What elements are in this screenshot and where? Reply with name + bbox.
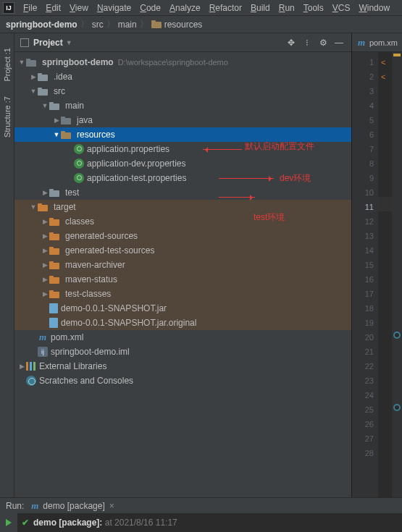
- tree-node-src[interactable]: ▼ src: [14, 84, 351, 98]
- excluded-folder-icon: [49, 232, 59, 240]
- excluded-folder-icon: [49, 247, 59, 255]
- chevron-right-icon: ▶: [41, 276, 49, 283]
- line-number[interactable]: 17: [352, 287, 374, 301]
- tree-node-main[interactable]: ▼ main: [14, 98, 351, 113]
- menu-run[interactable]: Run: [275, 1, 299, 14]
- editor-marker-bar[interactable]: [392, 52, 402, 497]
- tool-button-structure[interactable]: Structure :7: [1, 89, 13, 145]
- tree-node-resources[interactable]: ▼ resources: [14, 127, 351, 142]
- menu-tools[interactable]: Tools: [299, 1, 328, 14]
- menu-view[interactable]: View: [65, 1, 93, 14]
- line-number[interactable]: 14: [352, 243, 374, 258]
- project-tree[interactable]: ▼ springboot-demo D:\workspace\springboo…: [14, 52, 351, 497]
- run-button[interactable]: [6, 519, 12, 526]
- menu-vcs[interactable]: VCS: [328, 1, 355, 14]
- scratches-icon: [26, 376, 36, 386]
- tree-node-app-dev-properties[interactable]: application-dev.properties: [14, 156, 351, 171]
- menu-window[interactable]: Window: [354, 1, 394, 14]
- line-number[interactable]: 23: [352, 373, 374, 388]
- editor-gutter[interactable]: 1234567891011121314151617181920212223242…: [352, 52, 378, 497]
- chevron-down-icon: ▼: [29, 203, 38, 211]
- tree-node-app-test-properties[interactable]: application-test.properties: [14, 171, 351, 185]
- tree-node-java[interactable]: ▶ java: [14, 113, 351, 127]
- line-number[interactable]: 1: [352, 55, 374, 69]
- line-number[interactable]: 18: [352, 301, 374, 316]
- run-tab[interactable]: m demo [package] ×: [30, 501, 114, 511]
- chevron-down-icon: ▼: [29, 88, 38, 95]
- menu-file[interactable]: File: [19, 1, 41, 14]
- menu-navigate[interactable]: Navigate: [93, 1, 135, 14]
- line-number[interactable]: 2: [352, 69, 374, 84]
- menu-refactor[interactable]: Refactor: [205, 1, 246, 14]
- tree-node-external-libraries[interactable]: ▶ External Libraries: [14, 359, 351, 373]
- gear-icon[interactable]: ⚙: [317, 36, 330, 49]
- tree-node-project-root[interactable]: ▼ springboot-demo D:\workspace\springboo…: [14, 55, 351, 69]
- tree-node-maven-status[interactable]: ▶maven-status: [14, 272, 351, 287]
- line-number[interactable]: 21: [352, 345, 374, 359]
- breadcrumb-segment[interactable]: src: [92, 20, 104, 30]
- tree-node-scratches[interactable]: Scratches and Consoles: [14, 373, 351, 388]
- expand-all-icon[interactable]: ⁝: [301, 36, 314, 49]
- line-number[interactable]: 22: [352, 359, 374, 373]
- gutter-marker-icon[interactable]: [393, 332, 401, 339]
- gutter-marker-icon[interactable]: [393, 404, 401, 411]
- line-number[interactable]: 6: [352, 127, 374, 142]
- line-number[interactable]: 7: [352, 142, 374, 156]
- chevron-down-icon[interactable]: ▼: [66, 39, 72, 46]
- tree-node-classes[interactable]: ▶classes: [14, 214, 351, 229]
- line-number[interactable]: 10: [352, 185, 374, 200]
- tree-node-pom[interactable]: m pom.xml: [14, 330, 351, 345]
- line-number[interactable]: 8: [352, 156, 374, 171]
- tree-node-test[interactable]: ▶ test: [14, 185, 351, 200]
- tree-node-iml[interactable]: ij springboot-demo.iml: [14, 345, 351, 359]
- line-number[interactable]: 28: [352, 446, 374, 460]
- menu-bar: IJ FileEditViewNavigateCodeAnalyzeRefact…: [0, 0, 402, 16]
- tree-node-generated-test-sources[interactable]: ▶generated-test-sources: [14, 243, 351, 258]
- line-number[interactable]: 19: [352, 316, 374, 330]
- breadcrumb-root[interactable]: springboot-demo: [6, 20, 78, 30]
- chevron-right-icon: ▶: [41, 261, 49, 269]
- line-number[interactable]: 15: [352, 258, 374, 272]
- line-number[interactable]: 20: [352, 330, 374, 345]
- menu-edit[interactable]: Edit: [41, 1, 65, 14]
- tree-node-app-properties[interactable]: application.properties: [14, 142, 351, 156]
- menu-analyze[interactable]: Analyze: [165, 1, 205, 14]
- project-view-icon: [20, 38, 29, 47]
- tool-button-project[interactable]: Project :1: [1, 41, 13, 89]
- tree-node-jar[interactable]: demo-0.0.1-SNAPSHOT.jar: [14, 301, 351, 316]
- editor-tab-pom[interactable]: m pom.xm: [352, 33, 402, 52]
- chevron-right-icon: 〉: [140, 18, 148, 30]
- excluded-folder-icon: [49, 276, 59, 284]
- tree-node-test-classes[interactable]: ▶test-classes: [14, 287, 351, 301]
- chevron-right-icon: ▶: [29, 73, 38, 80]
- resources-folder-icon: [61, 131, 71, 139]
- editor-code[interactable]: < <: [378, 52, 392, 497]
- close-icon[interactable]: ×: [109, 501, 114, 511]
- line-number[interactable]: 25: [352, 402, 374, 417]
- line-number[interactable]: 12: [352, 214, 374, 229]
- line-number[interactable]: 11: [352, 200, 374, 214]
- breadcrumb-current[interactable]: resources: [151, 20, 203, 30]
- maven-icon: m: [38, 332, 48, 342]
- tree-node-maven-archiver[interactable]: ▶maven-archiver: [14, 258, 351, 272]
- breadcrumb-segment[interactable]: main: [118, 20, 137, 30]
- line-number[interactable]: 24: [352, 388, 374, 402]
- line-number[interactable]: 26: [352, 417, 374, 431]
- line-number[interactable]: 16: [352, 272, 374, 287]
- module-icon: [26, 59, 36, 67]
- project-panel-title[interactable]: Project: [33, 38, 63, 48]
- menu-code[interactable]: Code: [135, 1, 165, 14]
- menu-build[interactable]: Build: [246, 1, 275, 14]
- line-number[interactable]: 9: [352, 171, 374, 185]
- line-number[interactable]: 3: [352, 84, 374, 98]
- tree-node-target[interactable]: ▼ target: [14, 200, 351, 214]
- line-number[interactable]: 13: [352, 229, 374, 243]
- line-number[interactable]: 4: [352, 98, 374, 113]
- select-opened-file-icon[interactable]: ✥: [285, 36, 298, 49]
- hide-icon[interactable]: —: [332, 36, 346, 49]
- tree-node-jar-original[interactable]: demo-0.0.1-SNAPSHOT.jar.original: [14, 316, 351, 330]
- tree-node-idea[interactable]: ▶ .idea: [14, 69, 351, 84]
- tree-node-generated-sources[interactable]: ▶generated-sources: [14, 229, 351, 243]
- line-number[interactable]: 5: [352, 113, 374, 127]
- line-number[interactable]: 27: [352, 431, 374, 446]
